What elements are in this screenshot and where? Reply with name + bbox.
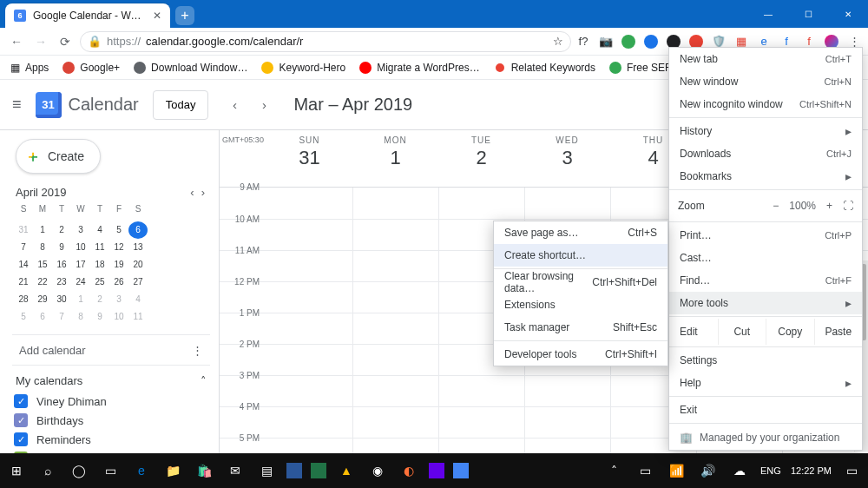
zoom-in-icon[interactable]: + (826, 200, 832, 212)
address-bar[interactable]: 🔒 https:// calendar.google.com/calendar/… (80, 31, 571, 52)
explorer-icon[interactable]: 📁 (161, 459, 184, 482)
cortana-icon[interactable]: ◯ (68, 459, 90, 482)
day-column-header[interactable]: MON1 (352, 130, 438, 187)
time-cell[interactable] (352, 407, 438, 438)
mini-day[interactable]: 12 (109, 239, 128, 256)
edge-icon[interactable]: e (130, 459, 153, 482)
time-cell[interactable] (438, 407, 524, 438)
mini-day[interactable]: 14 (14, 256, 33, 274)
notifications-icon[interactable]: ▭ (840, 459, 863, 482)
mini-day[interactable]: 20 (128, 256, 148, 274)
mini-day[interactable]: 5 (109, 221, 128, 239)
maximize-icon[interactable]: ☐ (788, 0, 828, 28)
menu-item[interactable]: New windowCtrl+N (669, 70, 862, 93)
mini-day[interactable]: 7 (14, 239, 33, 256)
start-icon[interactable]: ⊞ (5, 459, 28, 482)
paste-button[interactable]: Paste (814, 319, 863, 345)
mini-day[interactable]: 1 (33, 221, 52, 239)
excel-icon[interactable] (311, 463, 326, 478)
mini-day[interactable]: 29 (33, 291, 52, 308)
mini-day[interactable]: 21 (14, 274, 33, 291)
menu-item[interactable]: Settings (669, 349, 862, 372)
mini-prev-icon[interactable]: ‹ (190, 186, 194, 199)
menu-item[interactable]: Developer toolsCtrl+Shift+I (494, 343, 667, 366)
mini-day[interactable]: 8 (33, 239, 52, 256)
mini-day[interactable]: 25 (90, 274, 109, 291)
create-button[interactable]: ＋ Create (16, 139, 101, 174)
time-cell[interactable] (266, 345, 352, 375)
menu-item[interactable]: Task managerShift+Esc (494, 316, 667, 339)
mini-next-icon[interactable]: › (201, 186, 205, 199)
menu-item[interactable]: Exit (669, 399, 862, 421)
minimize-icon[interactable]: — (748, 0, 788, 28)
menu-item[interactable]: Save page as…Ctrl+S (494, 221, 667, 244)
calendar-item[interactable]: ✓Reminders (14, 432, 210, 446)
cut-button[interactable]: Cut (718, 319, 766, 345)
mini-day[interactable]: 26 (109, 274, 128, 291)
bookmark-item[interactable]: Download Window… (134, 62, 247, 74)
time-cell[interactable] (266, 313, 352, 344)
menu-item[interactable]: Cast… (669, 247, 862, 269)
new-tab-button[interactable]: + (175, 6, 194, 25)
chrome-icon[interactable]: ◉ (366, 459, 389, 482)
prev-week-icon[interactable]: ‹ (222, 97, 247, 112)
menu-item[interactable]: Bookmarks▸ (669, 165, 862, 188)
mini-day[interactable]: 16 (52, 256, 71, 274)
mini-day[interactable]: 10 (109, 308, 128, 326)
time-cell[interactable] (524, 376, 610, 406)
store-icon[interactable]: 🛍️ (193, 459, 215, 482)
mini-day[interactable]: 11 (90, 239, 109, 256)
mini-day[interactable]: 15 (33, 256, 52, 274)
time-cell[interactable] (352, 345, 438, 375)
time-cell[interactable] (352, 251, 438, 281)
menu-item[interactable]: History▸ (669, 120, 862, 142)
mini-day[interactable]: 6 (33, 308, 52, 326)
time-cell[interactable] (352, 188, 438, 219)
mini-day[interactable]: 23 (52, 274, 71, 291)
clock[interactable]: 12:22 PM (791, 465, 832, 476)
time-cell[interactable] (352, 376, 438, 406)
mini-calendar[interactable]: SMTWTFS311234567891011121314151617181920… (12, 204, 210, 326)
battery-icon[interactable]: ▭ (635, 459, 657, 482)
menu-icon[interactable]: ≡ (12, 96, 22, 114)
mini-day[interactable]: 17 (71, 256, 90, 274)
time-cell[interactable] (352, 220, 438, 250)
time-cell[interactable] (266, 439, 352, 453)
mini-day[interactable]: 5 (14, 308, 33, 326)
time-cell[interactable] (266, 188, 352, 219)
time-cell[interactable] (438, 439, 524, 453)
today-button[interactable]: Today (153, 90, 209, 120)
menu-item[interactable]: New incognito windowCtrl+Shift+N (669, 93, 862, 115)
language-indicator[interactable]: ENG (760, 459, 782, 482)
mini-day[interactable]: 2 (52, 221, 71, 239)
time-cell[interactable] (266, 407, 352, 438)
menu-item[interactable]: More tools▸ (669, 292, 862, 314)
time-cell[interactable] (266, 376, 352, 406)
calendar-logo[interactable]: 31 Calendar (36, 92, 139, 118)
browser-tab[interactable]: 6 Google Calendar - Week of Mar… ✕ (5, 3, 170, 28)
menu-item[interactable]: Print…Ctrl+P (669, 224, 862, 247)
menu-item[interactable]: Clear browsing data…Ctrl+Shift+Del (494, 271, 667, 293)
calendar-item[interactable]: ✓Birthdays (14, 413, 210, 427)
mini-day[interactable]: 13 (128, 239, 148, 256)
time-cell[interactable] (438, 188, 524, 219)
ads-icon[interactable]: ▲ (335, 459, 358, 482)
mini-day[interactable]: 6 (128, 221, 148, 239)
ext-green-icon[interactable] (621, 35, 635, 49)
mini-day[interactable]: 30 (52, 291, 71, 308)
bookmark-item[interactable]: Google+ (62, 62, 120, 74)
time-cell[interactable] (266, 220, 352, 250)
time-cell[interactable] (266, 251, 352, 281)
mini-day[interactable]: 19 (109, 256, 128, 274)
mini-day[interactable]: 9 (90, 308, 109, 326)
time-cell[interactable] (524, 407, 610, 438)
close-window-icon[interactable]: ✕ (828, 0, 868, 28)
close-icon[interactable]: ✕ (153, 10, 161, 22)
checkbox-icon[interactable]: ✓ (14, 432, 28, 446)
mini-day[interactable]: 31 (14, 221, 33, 239)
mini-day[interactable]: 24 (71, 274, 90, 291)
mini-day[interactable]: 28 (14, 291, 33, 308)
mini-day[interactable]: 4 (90, 221, 109, 239)
onedrive-icon[interactable]: ☁ (728, 459, 751, 482)
mail-icon[interactable]: ✉ (224, 459, 247, 482)
